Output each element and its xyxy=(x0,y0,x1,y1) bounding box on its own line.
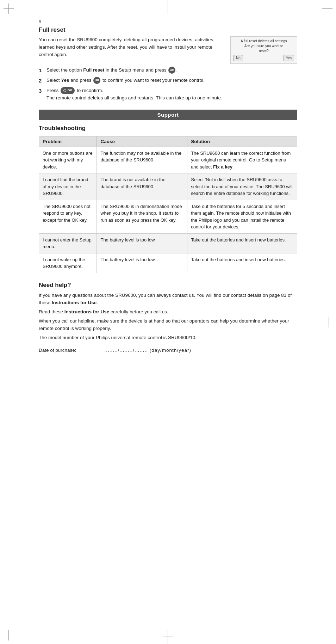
reg-mark-top-right xyxy=(322,4,332,14)
reg-mark-bottom-center xyxy=(163,630,173,644)
table-cell-solution: Take out the batteries and insert new ba… xyxy=(187,233,297,253)
step-2: 2 Select Yes and press OK to confirm you… xyxy=(39,77,297,84)
step-2-text: Select Yes and press OK to confirm you w… xyxy=(46,77,297,84)
table-cell-problem: I cannot enter the Setup menu. xyxy=(39,233,97,253)
table-cell-solution: Select 'Not in list' when the SRU9600 as… xyxy=(187,173,297,200)
ok-button-icon-1: OK xyxy=(168,67,175,74)
full-reset-description: You can reset the SRU9600 completely, de… xyxy=(39,36,225,64)
table-cell-problem: The SRU9600 does not respond to any key,… xyxy=(39,200,97,233)
troubleshooting-title: Troubleshooting xyxy=(39,125,297,132)
steps-list: 1 Select the option Full reset in the Se… xyxy=(39,67,297,102)
date-row: Date of purchase: ......../......../....… xyxy=(39,348,297,353)
table-cell-cause: The function may not be available in the… xyxy=(97,147,187,173)
support-banner: Support xyxy=(39,110,297,120)
need-help-para3: When you call our helpline, make sure th… xyxy=(39,317,297,332)
date-label: Date of purchase: xyxy=(39,348,76,353)
table-cell-problem: I cannot wake-up the SRU9600 anymore. xyxy=(39,253,97,273)
screen-preview: A full reset deletes all settings Are yo… xyxy=(230,36,297,64)
step-1-number: 1 xyxy=(39,67,44,74)
ok-oval-icon: OK xyxy=(61,87,75,94)
table-cell-problem: One or more buttons are not working with… xyxy=(39,147,97,173)
screen-no-button: No xyxy=(234,55,243,61)
screen-line2: Are you sure you want to xyxy=(244,44,284,49)
reg-mark-top-left xyxy=(4,4,14,14)
table-cell-solution: Take out the batteries and insert new ba… xyxy=(187,253,297,273)
ok-button-icon-2: OK xyxy=(93,77,100,84)
table-row: I cannot enter the Setup menu.The batter… xyxy=(39,233,297,253)
need-help-para4: The model number of your Philips univers… xyxy=(39,334,297,342)
reg-mark-bottom-left xyxy=(4,630,14,640)
step-1: 1 Select the option Full reset in the Se… xyxy=(39,67,297,74)
table-cell-cause: The brand is not available in the databa… xyxy=(97,173,187,200)
date-value: ......../......../........ (day/month/ye… xyxy=(105,348,191,353)
table-row: One or more buttons are not working with… xyxy=(39,147,297,173)
table-row: The SRU9600 does not respond to any key,… xyxy=(39,200,297,233)
reg-mark-bottom-right xyxy=(322,630,332,640)
table-cell-solution: Take out the batteries for 5 seconds and… xyxy=(187,200,297,233)
troubleshooting-table: Problem Cause Solution One or more butto… xyxy=(39,136,297,273)
page-number: 8 xyxy=(39,19,297,24)
screen-yes-button: Yes xyxy=(284,55,294,61)
step-3: 3 Press OK to reconfirm. The remote cont… xyxy=(39,87,297,102)
screen-line3: reset? xyxy=(259,49,269,54)
need-help-para1: If you have any questions about the SRU9… xyxy=(39,292,297,307)
table-cell-cause: The SRU9600 is in demonstration mode whe… xyxy=(97,200,187,233)
step-2-number: 2 xyxy=(39,77,44,84)
step-3-text: Press OK to reconfirm. The remote contro… xyxy=(46,87,297,102)
need-help-para2: Read these Instructions for Use carefull… xyxy=(39,308,297,316)
reg-mark-left-center xyxy=(0,317,14,327)
screen-line1: A full reset deletes all settings xyxy=(241,39,287,44)
step-3-number: 3 xyxy=(39,87,44,94)
table-cell-solution: The SRU9600 can learn the correct functi… xyxy=(187,147,297,173)
col-header-solution: Solution xyxy=(187,136,297,147)
need-help-title: Need help? xyxy=(39,282,297,289)
table-cell-problem: I cannot find the brand of my device in … xyxy=(39,173,97,200)
step-3-subtext: The remote control deletes all settings … xyxy=(46,95,222,100)
step-1-text: Select the option Full reset in the Setu… xyxy=(46,67,297,74)
table-cell-cause: The battery level is too low. xyxy=(97,233,187,253)
reg-mark-top-center xyxy=(163,0,173,14)
full-reset-title: Full reset xyxy=(39,26,297,33)
table-row: I cannot wake-up the SRU9600 anymore.The… xyxy=(39,253,297,273)
col-header-cause: Cause xyxy=(97,136,187,147)
table-row: I cannot find the brand of my device in … xyxy=(39,173,297,200)
col-header-problem: Problem xyxy=(39,136,97,147)
reg-mark-right-center xyxy=(322,317,336,327)
table-cell-cause: The battery level is too low. xyxy=(97,253,187,273)
